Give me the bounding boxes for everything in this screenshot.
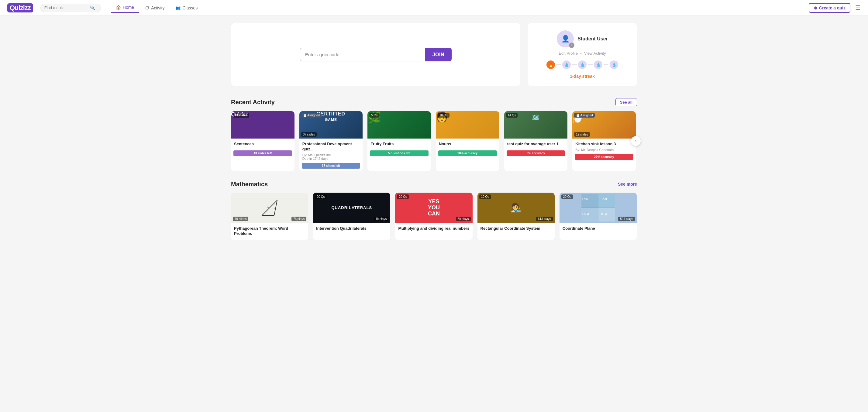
recent-activity-cards-row: 13 slides Quizizz Sentences 13 slides le… bbox=[231, 111, 637, 171]
create-quiz-button[interactable]: ⊕ Create a quiz bbox=[809, 3, 850, 13]
join-form: JOIN bbox=[300, 48, 452, 61]
nav-links: 🏠 Home ⏱ Activity 👥 Classes bbox=[111, 2, 809, 13]
recent-activity-cards-container: 13 slides Quizizz Sentences 13 slides le… bbox=[231, 111, 637, 171]
badge-nouns: 10 Qs bbox=[438, 113, 450, 118]
mathematics-header: Mathematics See more bbox=[231, 181, 637, 188]
svg-text:c: c bbox=[268, 205, 269, 209]
card-sentences[interactable]: 13 slides Quizizz Sentences 13 slides le… bbox=[231, 111, 294, 171]
mathematics-title: Mathematics bbox=[231, 181, 268, 188]
card-thumb-test: 14 Qs 🗺️ bbox=[504, 111, 568, 138]
card-info-rect: Rectangular Coordinate System bbox=[477, 223, 555, 235]
recent-activity-header: Recent Activity See all bbox=[231, 98, 637, 106]
plays-badge-rect: 613 plays bbox=[536, 217, 553, 221]
mathematics-section: Mathematics See more c a 19 slides 76 pl… bbox=[231, 181, 637, 240]
cards-next-arrow[interactable]: › bbox=[631, 136, 641, 146]
card-thumb-prof-dev: 📋 Assigned 37 slides CERTIFIEDGaMe bbox=[299, 111, 363, 138]
pythagorean-diagram: c a bbox=[259, 197, 280, 218]
plays-badge-multiply: 8k plays bbox=[456, 217, 471, 221]
card-title-kitchen: Kitchen sink lesson 3 bbox=[575, 141, 633, 147]
nav-right: ⊕ Create a quiz ☰ bbox=[809, 3, 861, 13]
streak-dot-1: 🔥 bbox=[547, 60, 555, 69]
card-title-sentences: Sentences bbox=[234, 141, 291, 147]
card-pythagorean[interactable]: c a 19 slides 76 plays Pythagorean Theor… bbox=[231, 193, 308, 240]
card-title-pyth: Pythagorean Theorem: Word Problems bbox=[234, 226, 305, 236]
svg-text:(-x,-y): (-x,-y) bbox=[582, 212, 589, 215]
card-coordinate-plane[interactable]: 20 Qs 504 plays (-x,y) (x,y) (-x,-y) (x,… bbox=[560, 193, 637, 240]
streak-dot-5: 💧 bbox=[610, 60, 618, 69]
nav-classes[interactable]: 👥 Classes bbox=[170, 3, 203, 13]
badge-fruity: 5 Qs bbox=[369, 113, 379, 118]
see-all-button[interactable]: See all bbox=[615, 98, 637, 106]
coordinate-plane-diagram: (-x,y) (x,y) (-x,-y) (x,-y) bbox=[560, 193, 637, 223]
slides-badge-kitchen: 19 slides bbox=[574, 132, 590, 137]
card-thumb-kitchen: 📋 Assigned 19 slides 🍽️ bbox=[572, 111, 636, 138]
search-bar[interactable]: 🔍 bbox=[40, 4, 101, 12]
card-test-quiz[interactable]: 14 Qs 🗺️ test quiz for overage user 1 0%… bbox=[504, 111, 568, 171]
edit-profile-link[interactable]: Edit Profile bbox=[559, 51, 578, 56]
join-input[interactable] bbox=[300, 48, 425, 61]
profile-card: 👤 + Student User Edit Profile • View Act… bbox=[528, 23, 637, 86]
recent-activity-section: Recent Activity See all 13 slides Quiziz… bbox=[231, 98, 637, 171]
card-title-coord: Coordinate Plane bbox=[563, 226, 634, 231]
card-fruity-fruits[interactable]: 5 Qs 🌿 Fruity Fruits 5 questions left bbox=[367, 111, 431, 171]
logo-text: Quizizz bbox=[7, 3, 33, 12]
card-thumb-quad: 20 Qs 1k plays QUADRILATERALS bbox=[313, 193, 390, 223]
card-title-test: test quiz for overage user 1 bbox=[507, 141, 565, 147]
badge-test: 14 Qs bbox=[506, 113, 518, 118]
card-professional-dev[interactable]: 📋 Assigned 37 slides CERTIFIEDGaMe Profe… bbox=[299, 111, 363, 171]
badge-quad: 20 Qs bbox=[315, 194, 327, 199]
see-more-button[interactable]: See more bbox=[618, 182, 637, 187]
profile-separator: • bbox=[580, 51, 582, 56]
card-thumb-coord: 20 Qs 504 plays (-x,y) (x,y) (-x,-y) (x,… bbox=[560, 193, 637, 223]
card-title-rect: Rectangular Coordinate System bbox=[480, 226, 552, 231]
menu-icon[interactable]: ☰ bbox=[855, 4, 861, 11]
card-info-pyth: Pythagorean Theorem: Word Problems bbox=[231, 223, 308, 240]
svg-rect-8 bbox=[598, 194, 615, 208]
svg-text:(x,-y): (x,-y) bbox=[601, 212, 607, 215]
view-activity-link[interactable]: View Activity bbox=[584, 51, 606, 56]
recent-activity-title: Recent Activity bbox=[231, 99, 275, 106]
plays-badge-quad: 1k plays bbox=[374, 217, 389, 221]
streak-connector-2 bbox=[572, 64, 577, 65]
status-prof-dev: 37 slides left bbox=[302, 163, 361, 169]
svg-text:(x,y): (x,y) bbox=[602, 197, 607, 200]
status-kitchen: 27% accuracy bbox=[575, 154, 633, 160]
card-info-quad: Intervention Quadrilaterals bbox=[313, 223, 390, 235]
card-title-prof-dev: Professional Development quiz... bbox=[302, 141, 360, 152]
slides-badge-pyth: 19 slides bbox=[233, 217, 248, 221]
badge-rect: 10 Qs bbox=[479, 194, 491, 199]
avatar-plus-icon: + bbox=[569, 42, 575, 48]
card-nouns[interactable]: 10 Qs 🧑 Nouns 90% accuracy bbox=[436, 111, 499, 171]
plays-badge-pyth: 76 plays bbox=[291, 217, 306, 221]
logo[interactable]: Quizizz bbox=[7, 3, 33, 12]
profile-name: Student User bbox=[578, 36, 608, 42]
badge-multiply: 20 Qs bbox=[397, 194, 409, 199]
card-title-multiply: Multiplying and dividing real numbers bbox=[398, 226, 469, 231]
join-button[interactable]: JOIN bbox=[425, 48, 452, 61]
search-input[interactable] bbox=[44, 5, 90, 10]
svg-text:(-x,y): (-x,y) bbox=[582, 197, 588, 200]
card-intervention-quad[interactable]: 20 Qs 1k plays QUADRILATERALS Interventi… bbox=[313, 193, 390, 240]
nav-activity[interactable]: ⏱ Activity bbox=[140, 3, 169, 13]
avatar: 👤 + bbox=[557, 30, 574, 47]
streak-label: 1-day streak bbox=[570, 74, 595, 79]
streak-connector-4 bbox=[603, 64, 609, 65]
home-icon: 🏠 bbox=[116, 5, 121, 10]
badge-prof-dev: 📋 Assigned bbox=[301, 113, 321, 118]
card-rectangular-coord[interactable]: 10 Qs 613 plays 🧑‍🎨 Rectangular Coordina… bbox=[477, 193, 555, 240]
card-title-fruity: Fruity Fruits bbox=[370, 141, 428, 147]
card-thumb-multiply: 20 Qs 8k plays YESYOUCAN bbox=[395, 193, 472, 223]
streak-dot-2: 💧 bbox=[562, 60, 571, 69]
card-thumb-pyth: c a 19 slides 76 plays bbox=[231, 193, 308, 223]
svg-rect-7 bbox=[581, 194, 598, 208]
card-kitchen-sink[interactable]: 📋 Assigned 19 slides 🍽️ Kitchen sink les… bbox=[572, 111, 636, 171]
card-multiply[interactable]: 20 Qs 8k plays YESYOUCAN Multiplying and… bbox=[395, 193, 472, 240]
nav-home[interactable]: 🏠 Home bbox=[111, 2, 139, 13]
main-content: JOIN 👤 + Student User Edit Profile • Vie… bbox=[221, 16, 647, 257]
card-meta-prof-dev: By: Ms. Quizizz Inc.Due in 1742 days bbox=[302, 153, 360, 160]
badge-sentences: 13 slides bbox=[233, 113, 249, 118]
profile-links: Edit Profile • View Activity bbox=[559, 51, 606, 56]
slides-badge-prof-dev: 37 slides bbox=[301, 132, 317, 137]
card-info-coord: Coordinate Plane bbox=[560, 223, 637, 235]
svg-text:a: a bbox=[274, 206, 276, 210]
